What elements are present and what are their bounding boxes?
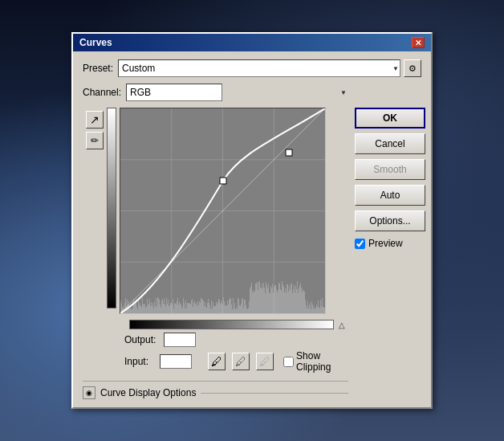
title-bar: Curves ✕ (73, 34, 431, 51)
section-divider (201, 393, 348, 394)
curve-section: ↗ ✏ (83, 108, 348, 329)
ok-button[interactable]: OK (355, 108, 425, 129)
curve-display-label: Curve Display Options (100, 387, 196, 398)
dialog-title: Curves (79, 37, 112, 48)
horizontal-gradient-bar (129, 320, 334, 329)
show-clipping-checkbox[interactable] (283, 357, 294, 367)
black-point-eyedropper[interactable]: 🖊 (208, 353, 226, 370)
vertical-gradient-wrapper (107, 108, 116, 320)
settings-icon-button[interactable]: ⚙ (404, 59, 421, 77)
curve-display-area: △ (107, 108, 348, 329)
options-button[interactable]: Options... (355, 210, 425, 231)
curve-tool-button[interactable]: ↗ (86, 111, 104, 129)
histogram-icon: △ (335, 320, 348, 329)
bottom-gradient-row: △ (120, 320, 348, 329)
show-clipping-label: Show Clipping (296, 350, 348, 373)
main-content-area: Channel: RGB Red Green Blue ▼ (83, 84, 421, 399)
curve-and-gradient (107, 108, 348, 320)
curve-canvas[interactable] (120, 108, 326, 314)
left-panel: Channel: RGB Red Green Blue ▼ (83, 84, 348, 399)
auto-button[interactable]: Auto (355, 185, 425, 206)
channel-select[interactable]: RGB Red Green Blue (126, 84, 222, 101)
eyedropper-group: 🖊 🖊 🖊 (205, 353, 274, 370)
show-clipping-row: Show Clipping (283, 350, 348, 373)
canvas-wrapper (120, 108, 326, 320)
output-label: Output: (124, 334, 156, 345)
preset-select[interactable]: Custom (118, 59, 400, 77)
cancel-button[interactable]: Cancel (355, 133, 425, 154)
vertical-gradient-bar (107, 108, 116, 308)
close-button[interactable]: ✕ (412, 37, 425, 48)
preset-row: Preset: Custom ▼ ⚙ (83, 59, 421, 77)
curve-display-section: ◉ Curve Display Options (83, 381, 348, 399)
title-bar-buttons: ✕ (412, 37, 425, 48)
gray-point-eyedropper[interactable]: 🖊 (232, 353, 250, 370)
curves-dialog: Curves ✕ Preset: Custom ▼ ⚙ Channe (71, 32, 433, 409)
gradient-corner (120, 320, 129, 329)
output-value-input[interactable] (164, 333, 196, 347)
white-point-eyedropper[interactable]: 🖊 (256, 353, 274, 370)
bottom-controls: Input: 🖊 🖊 🖊 Show Clipping (124, 350, 348, 373)
preset-label: Preset: (83, 63, 113, 74)
right-panel: OK Cancel Smooth Auto Options... Preview (355, 84, 425, 399)
curve-display-expand-button[interactable]: ◉ (83, 386, 96, 399)
output-row: Output: (124, 333, 348, 347)
input-value-input[interactable] (160, 354, 192, 369)
channel-label: Channel: (83, 87, 121, 98)
preview-row: Preview (355, 238, 425, 249)
dialog-body: Preset: Custom ▼ ⚙ Channel: RGB (73, 51, 431, 407)
pencil-tool-button[interactable]: ✏ (86, 132, 104, 149)
tool-column: ↗ ✏ (83, 108, 104, 329)
preset-select-wrapper: Custom ▼ (118, 59, 400, 77)
preview-checkbox[interactable] (355, 239, 365, 249)
channel-dropdown-arrow: ▼ (340, 89, 347, 96)
preview-label: Preview (368, 238, 403, 249)
input-label: Input: (124, 356, 148, 367)
channel-select-wrapper: RGB Red Green Blue ▼ (126, 84, 348, 101)
smooth-button[interactable]: Smooth (355, 159, 425, 180)
channel-row: Channel: RGB Red Green Blue ▼ (83, 84, 348, 101)
